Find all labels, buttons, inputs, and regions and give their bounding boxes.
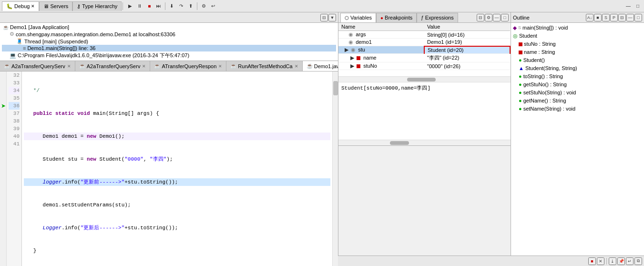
tab-servers[interactable]: 🖥 Servers: [39, 1, 72, 11]
btn-var-settings[interactable]: ⚙: [485, 14, 492, 21]
tree-item-main-method[interactable]: ≡ Demo1.main(String[]) line: 36: [2, 45, 336, 51]
btn-outline-maximize[interactable]: □: [634, 14, 642, 21]
tree-item-class-label: com.shengpay.masopen.integration.demo.De…: [16, 31, 175, 37]
btn-collapse-all[interactable]: ⊟: [320, 14, 328, 21]
tab-breakpoints[interactable]: ● Breakpoints: [376, 13, 417, 22]
outline-item-main[interactable]: ◆ S main(String[]) : void: [511, 24, 644, 32]
outline-ctor-icon: ●: [519, 57, 522, 64]
editor-tab-2-close[interactable]: ✕: [218, 64, 222, 69]
btn-outline-sort-alpha[interactable]: A↓: [586, 14, 593, 21]
variables-hscrollbar[interactable]: [338, 76, 511, 82]
name-expand-arrow[interactable]: ▶: [350, 55, 354, 61]
btn-use-step-filters[interactable]: ⚙: [199, 2, 208, 10]
tree-item-demo1[interactable]: ☕ Demo1 [Java Application]: [2, 24, 336, 31]
tab-expressions-label: Expressions: [425, 15, 454, 20]
var-row-name[interactable]: ▶ name "李四" (id=22): [338, 54, 510, 62]
editor-tab-2[interactable]: ☕ ATransferQueryRespon ✕: [150, 61, 226, 72]
code-line-37: demo1.setStudentParams(stu);: [24, 201, 330, 209]
editor-tab-0-close[interactable]: ✕: [67, 64, 71, 69]
debug-icon: 🐛: [6, 3, 13, 10]
btn-console-clear[interactable]: ✕: [597, 257, 604, 265]
outline-item-tostring[interactable]: ● toString() : String: [511, 72, 644, 81]
var-value-demo1: Demo1 (id=19): [424, 39, 510, 46]
btn-maximize[interactable]: □: [634, 2, 642, 10]
outline-item-student-ctor[interactable]: ● Student(): [511, 56, 644, 64]
btn-step-return[interactable]: ⬆: [186, 2, 195, 10]
editor-tab-3-close[interactable]: ✕: [295, 64, 298, 69]
outline-item-student[interactable]: ◎ Student: [511, 32, 644, 40]
var-row-args[interactable]: ◉ args String[0] (id=16): [338, 31, 510, 39]
variables-bottom-hscrollbar[interactable]: [338, 140, 511, 145]
btn-console-word-wrap[interactable]: ↵: [626, 257, 634, 265]
outline-item-name-field[interactable]: name : String: [511, 48, 644, 56]
editor-tab-demo1[interactable]: ☕ Demo1.java ✕: [303, 61, 338, 72]
tree-item-thread-label: Thread [main] (Suspended): [24, 39, 88, 44]
editor-vscrollbar[interactable]: [332, 72, 338, 266]
btn-terminate[interactable]: ■: [145, 2, 153, 10]
btn-suspend[interactable]: ⏸: [135, 2, 144, 10]
tree-item-class[interactable]: ⚙ com.shengpay.masopen.integration.demo.…: [2, 31, 336, 38]
var-row-stu[interactable]: ▶ ◉ stu Student (id=20): [338, 46, 510, 54]
tab-debug[interactable]: 🐛 Debug ✕: [2, 1, 39, 11]
left-panel: ⊟ ▼ ☕ Demo1 [Java Application] ⚙ com.she…: [0, 12, 338, 256]
stu-expand-arrow[interactable]: ▶: [345, 47, 348, 52]
stuno-expand-arrow[interactable]: ▶: [350, 63, 354, 69]
editor-tabs: ☕ A2aTransferQueryServ ✕ ☕ A2aTransferQu…: [0, 61, 338, 72]
stu-circle-icon: ◉: [351, 47, 356, 52]
btn-outline-hide-fields[interactable]: ■: [594, 14, 602, 21]
outline-item-ctor2-label: Student(String, String): [525, 65, 577, 72]
outline-item-setname-label: setName(String) : void: [523, 105, 575, 113]
outline-item-getname[interactable]: ● getName() : String: [511, 97, 644, 105]
editor-tab-2-icon: ☕: [154, 63, 161, 69]
outline-title: Outline: [513, 15, 530, 20]
variables-table: Name Value ◉ args String[0] (id: [338, 23, 511, 76]
btn-outline-hide-static[interactable]: S: [602, 14, 610, 21]
btn-step-into[interactable]: ⬇: [167, 2, 176, 10]
outline-main-icon: ◆: [513, 24, 517, 31]
outline-class-icon: ◎: [513, 32, 518, 40]
btn-outline-hide-nonpublic[interactable]: P: [610, 14, 618, 21]
btn-console-pin[interactable]: 📌: [617, 257, 625, 265]
tab-breakpoints-label: Breakpoints: [385, 15, 412, 20]
code-editor[interactable]: */ public static void main(String[] args…: [22, 72, 332, 266]
var-row-stuno[interactable]: ▶ stuNo "0000" (id=26): [338, 62, 510, 70]
outline-header: Outline A↓ ■ S P ⊟ — □: [511, 12, 644, 23]
btn-var-maximize[interactable]: □: [501, 14, 509, 21]
tab-expressions[interactable]: ƒ Expressions: [417, 13, 458, 22]
tree-item-javaw[interactable]: 💻 C:\Program Files\Java\jdk1.6.0_45\bin\…: [2, 51, 336, 60]
btn-var-minimize[interactable]: —: [493, 14, 501, 21]
btn-drop-to-frame[interactable]: ↩: [209, 2, 217, 10]
var-row-demo1[interactable]: ◉ demo1 Demo1 (id=19): [338, 39, 510, 46]
editor-tab-3[interactable]: ☕ RunAfterTestMethodCa ✕: [226, 61, 302, 72]
outline-item-student-ctor2[interactable]: ▲ Student(String, String): [511, 64, 644, 72]
editor-scrollbar-thumb[interactable]: [333, 81, 338, 95]
btn-console-open-new[interactable]: ⧉: [634, 257, 642, 265]
variables-hscroll-thumb[interactable]: [407, 78, 436, 82]
tab-variables[interactable]: ⬡ Variables: [340, 13, 376, 22]
outline-item-setstuno[interactable]: ● setStuNo(String) : void: [511, 89, 644, 97]
btn-outline-minimize[interactable]: —: [626, 14, 634, 21]
btn-disconnect[interactable]: ⏭: [154, 2, 163, 10]
tree-item-thread[interactable]: 🧵 Thread [main] (Suspended): [2, 38, 336, 45]
var-value-stu: Student (id=20): [424, 46, 510, 54]
editor-tab-1[interactable]: ☕ A2aTransferQueryServ ✕: [75, 61, 151, 72]
tab-type-hierarchy[interactable]: ⚷ Type Hierarchy: [72, 1, 122, 11]
btn-view-menu[interactable]: ▼: [328, 14, 336, 21]
btn-console-scroll-lock[interactable]: ⤓: [609, 257, 616, 265]
btn-step-over[interactable]: ↷: [177, 2, 185, 10]
btn-minimize[interactable]: —: [624, 2, 633, 10]
editor-tab-0[interactable]: ☕ A2aTransferQueryServ ✕: [0, 61, 75, 72]
editor-tab-1-close[interactable]: ✕: [142, 64, 146, 69]
variables-bottom-scroll-thumb[interactable]: [390, 141, 409, 145]
btn-var-layout[interactable]: ⊟: [477, 14, 484, 21]
btn-resume[interactable]: ▶: [126, 2, 134, 10]
variables-icon: ⬡: [345, 15, 349, 20]
tab-debug-close[interactable]: ✕: [31, 4, 35, 9]
outline-item-stuno[interactable]: stuNo : String: [511, 40, 644, 48]
outline-item-getstuno-label: getStuNo() : String: [523, 81, 567, 88]
btn-console-terminate[interactable]: ■: [588, 257, 596, 265]
btn-outline-collapse[interactable]: ⊟: [618, 14, 626, 21]
outline-item-getstuno[interactable]: ● getStuNo() : String: [511, 81, 644, 89]
outline-name-field-icon: [519, 51, 522, 54]
outline-item-setname[interactable]: ● setName(String) : void: [511, 105, 644, 113]
